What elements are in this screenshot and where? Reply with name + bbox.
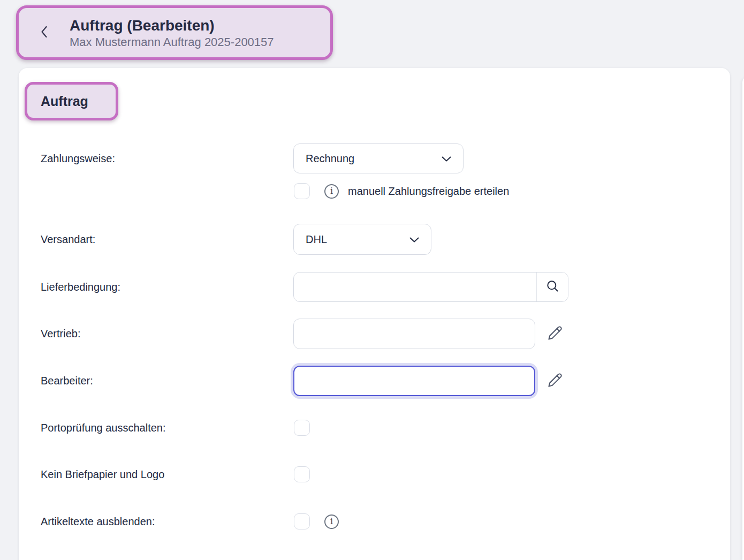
- artikeltexte-checkbox[interactable]: [294, 513, 310, 529]
- versandart-label: Versandart:: [41, 233, 293, 246]
- zahlungsweise-select[interactable]: Rechnung: [293, 143, 464, 173]
- content-card: Auftrag Zahlungsweise: Rechnung i manuel…: [19, 68, 730, 560]
- page-subtitle: Max Mustermann Auftrag 2025-200157: [70, 35, 274, 50]
- row-lieferbedingung: Lieferbedingung:: [41, 272, 717, 302]
- page-title: Auftrag (Bearbeiten): [70, 17, 274, 35]
- vertrieb-edit-button[interactable]: [548, 324, 563, 343]
- row-versandart: Versandart: DHL: [41, 224, 717, 255]
- row-artikeltexte: Artikeltexte ausblenden: i: [41, 513, 717, 529]
- row-portopruefung: Portoprüfung ausschalten:: [41, 420, 717, 436]
- versandart-select[interactable]: DHL: [293, 224, 431, 255]
- briefpapier-checkbox[interactable]: [294, 466, 310, 482]
- section-annotation-highlight: Auftrag: [25, 82, 118, 120]
- header-title-block: Auftrag (Bearbeiten) Max Mustermann Auft…: [70, 17, 274, 50]
- info-icon[interactable]: i: [324, 514, 339, 529]
- row-zahlungsfreigabe: i manuell Zahlungsfreigabe erteilen: [41, 182, 717, 200]
- zahlungsweise-selected-value: Rechnung: [306, 153, 354, 165]
- info-icon[interactable]: i: [324, 184, 339, 199]
- row-briefpapier: Kein Briefpapier und Logo: [41, 466, 717, 482]
- pencil-icon: [548, 372, 563, 390]
- portopruefung-label: Portoprüfung ausschalten:: [41, 422, 293, 434]
- artikeltexte-label: Artikeltexte ausblenden:: [41, 516, 293, 528]
- vertrieb-label: Vertrieb:: [41, 328, 293, 340]
- lieferbedingung-search-button[interactable]: [537, 273, 568, 301]
- row-vertrieb: Vertrieb:: [41, 319, 717, 349]
- vertrieb-input[interactable]: [293, 319, 535, 349]
- chevron-down-icon: [409, 233, 419, 246]
- zahlungsweise-label: Zahlungsweise:: [41, 153, 293, 165]
- chevron-down-icon: [442, 153, 451, 165]
- row-zahlungsweise: Zahlungsweise: Rechnung: [41, 143, 717, 173]
- section-heading: Auftrag: [27, 94, 88, 109]
- bearbeiter-label: Bearbeiter:: [41, 375, 293, 387]
- lieferbedingung-label: Lieferbedingung:: [41, 281, 293, 293]
- chevron-left-icon: [40, 25, 48, 40]
- briefpapier-label: Kein Briefpapier und Logo: [41, 468, 293, 481]
- lieferbedingung-input[interactable]: [294, 273, 536, 301]
- lieferbedingung-input-group: [293, 272, 568, 302]
- back-button[interactable]: [35, 8, 53, 57]
- app: { "colors": { "page_bg": "#f1f2f5", "car…: [0, 0, 744, 560]
- bearbeiter-edit-button[interactable]: [548, 372, 563, 390]
- search-icon: [545, 279, 560, 295]
- zahlungsfreigabe-label: manuell Zahlungsfreigabe erteilen: [348, 185, 509, 198]
- versandart-selected-value: DHL: [306, 233, 327, 246]
- row-bearbeiter: Bearbeiter:: [41, 366, 717, 396]
- portopruefung-checkbox[interactable]: [294, 420, 310, 436]
- header-annotation-highlight: Auftrag (Bearbeiten) Max Mustermann Auft…: [16, 5, 333, 60]
- zahlungsfreigabe-checkbox[interactable]: [294, 183, 310, 199]
- pencil-icon: [548, 324, 563, 343]
- bearbeiter-input[interactable]: [293, 366, 535, 396]
